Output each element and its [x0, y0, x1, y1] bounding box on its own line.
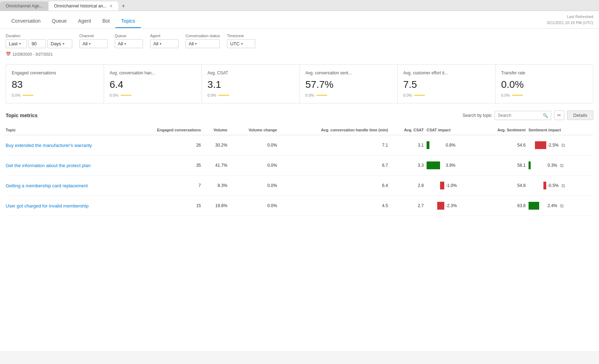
topic-name[interactable]: Get the information about the protect pl…: [6, 155, 130, 176]
agent-chevron: ▾: [160, 42, 161, 46]
csat-impact-cell: -2.3%: [427, 196, 479, 216]
volume-change: 0.0%: [230, 155, 280, 176]
details-button[interactable]: Details: [567, 110, 593, 120]
tab2-label: Omnichannel historical an...: [54, 4, 107, 8]
conv-status-value: All: [189, 41, 194, 46]
kpi-bar-1: [121, 95, 131, 96]
nav-item-conversation[interactable]: Conversation: [6, 15, 46, 28]
kpi-card-2: Avg. CSAT 3.1 0.0%: [202, 64, 300, 103]
col-volume-change: Volume change: [230, 125, 280, 135]
topic-name[interactable]: User got charged for invalid membership: [6, 196, 130, 216]
kpi-value-5: 0.0%: [501, 79, 588, 90]
duration-preset-value: Last: [9, 41, 18, 46]
sentiment-impact-value: -0.5%: [548, 183, 559, 188]
engaged-conversations: 35: [130, 155, 204, 176]
col-avg-csat: Avg. CSAT: [391, 125, 427, 135]
engaged-conversations: 15: [130, 196, 204, 216]
nav-bar: Conversation Queue Agent Bot Topics Last…: [0, 11, 599, 29]
search-input[interactable]: [498, 113, 541, 118]
kpi-value-3: 57.7%: [306, 79, 392, 90]
add-tab-button[interactable]: +: [118, 1, 129, 11]
kpi-change-1: 0.0%: [110, 93, 119, 97]
conv-status-select[interactable]: All ▾: [186, 39, 220, 48]
search-by-label: Search by topic: [463, 113, 492, 118]
avg-sentiment: 63.8: [479, 196, 528, 216]
avg-csat: 3.3: [391, 155, 427, 176]
sentiment-impact-cell: -0.5% ⧉: [529, 176, 593, 196]
search-box[interactable]: 🔍: [495, 111, 551, 120]
avg-handle-time: 4.5: [280, 196, 391, 216]
volume: 30.2%: [204, 135, 230, 155]
row-action-icon[interactable]: ⧉: [560, 182, 566, 189]
sentiment-impact-value: 2.4%: [548, 203, 557, 208]
channel-label: Channel: [79, 34, 108, 38]
kpi-value-4: 7.5: [403, 79, 490, 90]
filter-duration: Duration Last ▾ 90 Days ▾: [6, 34, 72, 48]
conv-status-chevron: ▾: [195, 42, 197, 46]
app-container: Conversation Queue Agent Bot Topics Last…: [0, 11, 599, 351]
kpi-bar-4: [414, 95, 425, 96]
filter-agent: Agent All ▾: [150, 34, 178, 48]
avg-handle-time: 6.4: [280, 176, 391, 196]
nav-item-bot[interactable]: Bot: [97, 15, 115, 28]
table-row: User got charged for invalid membership …: [6, 196, 593, 216]
csat-impact-value: 3.9%: [446, 163, 455, 168]
topic-metrics-header: Topic metrics Search by topic 🔍 ✏ Detail…: [6, 110, 593, 120]
calendar-icon: 📅: [6, 52, 11, 57]
kpi-row: Engaged conversations 83 0.0% Avg. conve…: [0, 59, 599, 103]
avg-sentiment: 54.8: [479, 176, 528, 196]
kpi-change-2: 0.0%: [207, 93, 216, 97]
sentiment-impact-cell: 2.4% ⧉: [529, 196, 593, 216]
col-sentiment-impact: Sentiment impact: [529, 125, 593, 135]
timezone-select[interactable]: UTC ▾: [227, 39, 255, 48]
table-row: Get the information about the protect pl…: [6, 155, 593, 176]
last-refreshed: Last Refreshed 3/21/2021 10:18 PM (UTC): [547, 14, 593, 28]
nav-item-agent[interactable]: Agent: [73, 15, 97, 28]
row-action-icon[interactable]: ⧉: [559, 202, 565, 210]
filters-bar: Duration Last ▾ 90 Days ▾ Channel All ▾: [0, 29, 599, 50]
close-tab-icon[interactable]: ✕: [109, 4, 113, 8]
table-row: Buy extended the manufacturer's warranty…: [6, 135, 593, 155]
csat-impact-cell: -1.0%: [427, 176, 479, 196]
volume: 19.8%: [204, 196, 230, 216]
queue-select[interactable]: All ▾: [115, 39, 143, 48]
topic-metrics-section: Topic metrics Search by topic 🔍 ✏ Detail…: [0, 103, 599, 216]
browser-tab-1[interactable]: Omnichannel Age...: [0, 1, 49, 11]
duration-unit: Days: [51, 41, 61, 46]
table-row: Getting a membership card replacement 7 …: [6, 176, 593, 196]
browser-tab-2[interactable]: Omnichannel historical an... ✕: [49, 1, 118, 11]
queue-value: All: [118, 41, 123, 46]
agent-label: Agent: [150, 34, 178, 38]
kpi-value-2: 3.1: [207, 79, 294, 90]
channel-select[interactable]: All ▾: [79, 39, 108, 48]
queue-label: Queue: [115, 34, 143, 38]
col-csat-impact: CSAT impact: [427, 125, 479, 135]
channel-value: All: [82, 41, 87, 46]
timezone-value: UTC: [230, 41, 240, 46]
sentiment-impact-value: 0.3%: [548, 163, 557, 168]
duration-preset-select[interactable]: Last ▾: [6, 39, 27, 48]
date-range: 📅 12/28/2020 - 3/27/2021: [0, 50, 599, 59]
volume: 8.3%: [204, 176, 230, 196]
duration-unit-select[interactable]: Days ▾: [47, 39, 72, 48]
row-action-icon[interactable]: ⧉: [559, 162, 565, 169]
kpi-title-1: Avg. conversation han...: [110, 70, 196, 75]
search-area: Search by topic 🔍 ✏ Details: [463, 110, 593, 120]
col-handle-time: Avg. conversation handle time (min): [280, 125, 391, 135]
row-action-icon[interactable]: ⧉: [560, 142, 566, 149]
timezone-chevron: ▾: [241, 42, 243, 46]
topic-name[interactable]: Buy extended the manufacturer's warranty: [6, 135, 130, 155]
csat-impact-cell: 0.8%: [427, 135, 479, 155]
duration-value-select[interactable]: 90: [28, 39, 46, 48]
agent-select[interactable]: All ▾: [150, 39, 178, 48]
kpi-title-2: Avg. CSAT: [207, 70, 294, 75]
topic-name[interactable]: Getting a membership card replacement: [6, 176, 130, 196]
kpi-title-5: Transfer rate: [501, 70, 588, 75]
kpi-card-3: Avg. conversation sent... 57.7% 0.0%: [300, 64, 398, 103]
nav-item-topics[interactable]: Topics: [115, 15, 141, 28]
nav-item-queue[interactable]: Queue: [46, 15, 73, 28]
pencil-button[interactable]: ✏: [554, 110, 564, 120]
sentiment-impact-cell: -2.5% ⧉: [529, 135, 593, 155]
kpi-bar-2: [218, 95, 229, 96]
last-refreshed-value: 3/21/2021 10:18 PM (UTC): [547, 20, 593, 26]
